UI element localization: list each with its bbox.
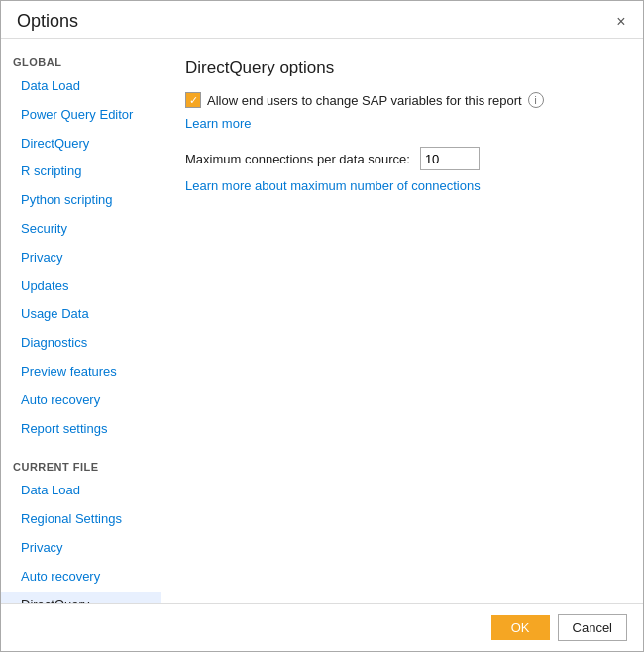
sidebar-item-privacy[interactable]: Privacy (1, 244, 161, 272)
learn-more-link-2[interactable]: Learn more about maximum number of conne… (185, 178, 619, 193)
dialog-title: Options (17, 11, 78, 32)
max-connections-label: Maximum connections per data source: (185, 152, 410, 166)
sidebar-item-directquery-global[interactable]: DirectQuery (1, 130, 161, 159)
checkbox-row: ✓ Allow end users to change SAP variable… (185, 92, 619, 108)
sidebar-item-privacy-cf[interactable]: Privacy (1, 534, 161, 563)
current-file-section-label: CURRENT FILE (1, 453, 161, 477)
content-area: DirectQuery options ✓ Allow end users to… (161, 39, 643, 603)
sidebar-item-power-query-editor[interactable]: Power Query Editor (1, 101, 161, 130)
sidebar-item-updates[interactable]: Updates (1, 272, 161, 301)
max-connections-row: Maximum connections per data source: (185, 147, 619, 170)
max-connections-input[interactable] (420, 147, 480, 170)
sidebar-item-auto-recovery-cf[interactable]: Auto recovery (1, 563, 161, 592)
footer: OK Cancel (1, 603, 643, 651)
global-section-label: GLOBAL (1, 49, 161, 72)
ok-button[interactable]: OK (491, 615, 550, 640)
sidebar-item-data-load[interactable]: Data Load (1, 72, 161, 101)
sap-variables-checkbox[interactable]: ✓ (185, 92, 201, 108)
sidebar-item-regional-settings[interactable]: Regional Settings (1, 505, 161, 534)
sidebar-item-report-settings-global[interactable]: Report settings (1, 415, 161, 444)
dialog-body: GLOBAL Data Load Power Query Editor Dire… (1, 38, 643, 603)
sidebar-item-auto-recovery[interactable]: Auto recovery (1, 386, 161, 415)
sidebar-item-python-scripting[interactable]: Python scripting (1, 186, 161, 215)
content-title: DirectQuery options (185, 58, 619, 78)
close-button[interactable]: × (611, 12, 631, 32)
sidebar: GLOBAL Data Load Power Query Editor Dire… (1, 39, 161, 603)
cancel-button[interactable]: Cancel (558, 614, 627, 641)
sidebar-item-r-scripting[interactable]: R scripting (1, 158, 161, 186)
options-dialog: Options × GLOBAL Data Load Power Query E… (0, 0, 644, 652)
learn-more-link-1[interactable]: Learn more (185, 116, 619, 131)
checkbox-label: Allow end users to change SAP variables … (207, 93, 522, 108)
checkmark-icon: ✓ (189, 95, 198, 106)
sidebar-item-security[interactable]: Security (1, 215, 161, 244)
sidebar-item-data-load-cf[interactable]: Data Load (1, 477, 161, 505)
sidebar-item-diagnostics[interactable]: Diagnostics (1, 329, 161, 358)
info-icon[interactable]: i (528, 92, 544, 108)
sidebar-item-preview-features[interactable]: Preview features (1, 358, 161, 386)
title-bar: Options × (1, 1, 643, 38)
sidebar-item-directquery-cf[interactable]: DirectQuery (1, 592, 161, 603)
sidebar-item-usage-data[interactable]: Usage Data (1, 300, 161, 329)
